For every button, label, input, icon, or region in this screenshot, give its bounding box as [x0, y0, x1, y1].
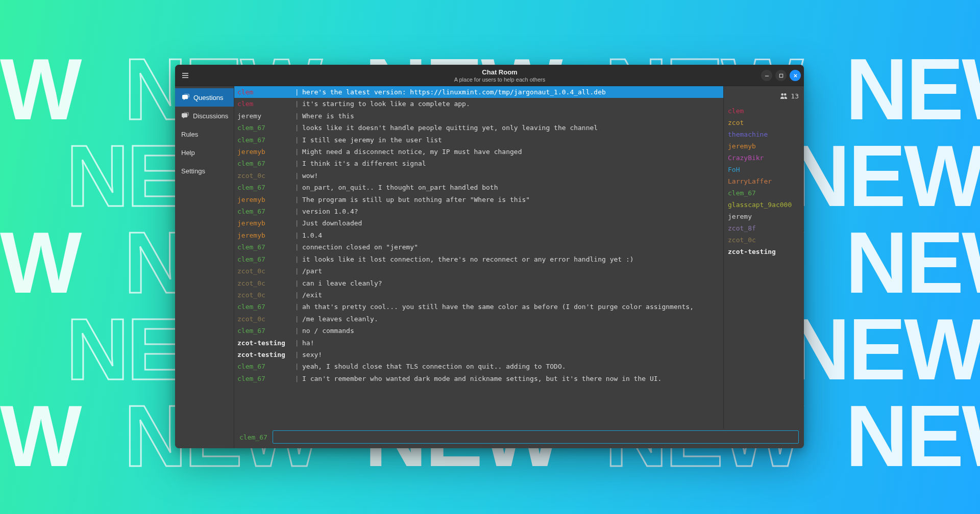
message-nick: zcot_0c — [237, 265, 291, 277]
window-title: Chat Room — [195, 68, 804, 76]
message-text: I think it's a different signal — [302, 158, 720, 169]
message-separator: | — [291, 373, 302, 384]
maximize-button[interactable] — [775, 70, 787, 81]
message-text: The program is still up but nothing afte… — [302, 194, 720, 205]
user-list-item[interactable]: themachine — [728, 128, 800, 140]
message-text: version 1.0.4? — [302, 205, 720, 217]
input-nick: clem_67 — [239, 433, 267, 441]
chat-message: clem_67 | I still see jeremy in the user… — [234, 134, 723, 146]
message-separator: | — [291, 217, 302, 229]
titlebar: Chat Room A place for users to help each… — [175, 65, 804, 86]
chat-log[interactable]: clem | here's the latest version: https:… — [234, 86, 723, 429]
chat-message: jeremyb | The program is still up but no… — [234, 194, 723, 205]
message-separator: | — [291, 146, 302, 158]
user-list-item[interactable]: zcot_0c — [728, 234, 800, 246]
chat-message: zcot_0c | can i leave cleanly? — [234, 277, 723, 289]
message-nick: jeremyb — [237, 194, 291, 205]
chat-message: clem_67 | on_part, on_quit.. I thought o… — [234, 182, 723, 193]
message-nick: zcot-testing — [237, 337, 291, 349]
sidebar-item-label: Questions — [193, 94, 224, 101]
message-nick: clem_67 — [237, 253, 291, 265]
user-list-item[interactable]: CrazyBikr — [728, 152, 800, 164]
title-area: Chat Room A place for users to help each… — [195, 68, 804, 83]
chat-message: zcot-testing | sexy! — [234, 349, 723, 361]
menu-button[interactable] — [175, 71, 195, 80]
sidebar-item-questions[interactable]: Questions — [175, 88, 234, 107]
user-list-item[interactable]: zcot_8f — [728, 222, 800, 234]
chat-message: clem_67 | I think it's a different signa… — [234, 158, 723, 169]
chat-message: clem_67 | looks like it doesn't handle p… — [234, 122, 723, 134]
message-separator: | — [291, 134, 302, 146]
message-separator: | — [291, 361, 302, 372]
sidebar-item-label: Settings — [181, 167, 205, 175]
user-list-item[interactable]: jeremyb — [728, 140, 800, 152]
chat-message: clem_67 | ah that's pretty cool... you s… — [234, 301, 723, 313]
message-separator: | — [291, 277, 302, 289]
message-text: /me leaves cleanly. — [302, 313, 720, 325]
user-list-item[interactable]: jeremy — [728, 211, 800, 222]
user-list-item[interactable]: glasscapt_9ac000 — [728, 199, 800, 211]
message-nick: clem_67 — [237, 301, 291, 313]
user-list-item[interactable]: clem — [728, 105, 800, 117]
input-row: clem_67 — [234, 429, 804, 448]
chat-message: clem_67 | version 1.0.4? — [234, 205, 723, 217]
sidebar-item-rules[interactable]: Rules — [175, 125, 234, 143]
user-list-item[interactable]: FoH — [728, 164, 800, 175]
message-separator: | — [291, 349, 302, 361]
sidebar-item-label: Help — [181, 149, 195, 157]
sidebar-item-settings[interactable]: Settings — [175, 162, 234, 180]
message-text: on_part, on_quit.. I thought on_part han… — [302, 182, 720, 193]
message-nick: clem — [237, 98, 291, 110]
message-text: wow! — [302, 170, 720, 182]
message-nick: jeremy — [237, 110, 291, 122]
message-separator: | — [291, 301, 302, 313]
svg-rect-1 — [779, 74, 782, 77]
chat-message: zcot_0c | /exit — [234, 289, 723, 301]
message-nick: clem_67 — [237, 122, 291, 134]
message-nick: clem_67 — [237, 373, 291, 384]
message-separator: | — [291, 325, 302, 337]
chat-message: jeremyb | Just downloaded — [234, 217, 723, 229]
message-text: I can't remember who wanted dark mode an… — [302, 373, 720, 384]
message-nick: jeremyb — [237, 217, 291, 229]
chat-message: clem_67 | no / commands — [234, 325, 723, 337]
user-list-item[interactable]: zcot-testing — [728, 246, 800, 258]
message-text: Just downloaded — [302, 217, 720, 229]
chat-message: zcot-testing | ha! — [234, 337, 723, 349]
user-list-item[interactable]: zcot — [728, 117, 800, 128]
user-list-item[interactable]: LarryLaffer — [728, 175, 800, 187]
message-nick: zcot_0c — [237, 313, 291, 325]
user-list: 13 clemzcotthemachinejeremybCrazyBikrFoH… — [723, 86, 804, 429]
message-separator: | — [291, 158, 302, 169]
message-separator: | — [291, 170, 302, 182]
message-separator: | — [291, 337, 302, 349]
message-nick: zcot-testing — [237, 349, 291, 361]
minimize-button[interactable] — [761, 70, 772, 81]
message-text: sexy! — [302, 349, 720, 361]
message-text: /part — [302, 265, 720, 277]
sidebar-item-discussions[interactable]: Discussions — [175, 107, 234, 125]
message-text: I still see jeremy in the user list — [302, 134, 720, 146]
chat-message: zcot_0c | /me leaves cleanly. — [234, 313, 723, 325]
chat-input[interactable] — [273, 430, 799, 444]
app-window: Chat Room A place for users to help each… — [175, 65, 804, 448]
chat-bubbles-icon — [181, 93, 189, 101]
user-list-item[interactable]: clem_67 — [728, 187, 800, 199]
chat-message: clem | here's the latest version: https:… — [234, 86, 723, 98]
message-separator: | — [291, 182, 302, 193]
message-nick: jeremyb — [237, 146, 291, 158]
message-nick: zcot_0c — [237, 289, 291, 301]
sidebar-item-help[interactable]: Help — [175, 143, 234, 162]
message-separator: | — [291, 289, 302, 301]
close-button[interactable] — [790, 70, 801, 81]
message-text: here's the latest version: https://linux… — [302, 86, 720, 98]
message-text: /exit — [302, 289, 720, 301]
message-separator: | — [291, 194, 302, 205]
chat-message: zcot_0c | /part — [234, 265, 723, 277]
message-separator: | — [291, 253, 302, 265]
message-nick: jeremyb — [237, 229, 291, 241]
message-separator: | — [291, 205, 302, 217]
message-separator: | — [291, 98, 302, 110]
chat-message: clem_67 | it looks like it lost connecti… — [234, 253, 723, 265]
message-text: Might need a disconnect notice, my IP mu… — [302, 146, 720, 158]
